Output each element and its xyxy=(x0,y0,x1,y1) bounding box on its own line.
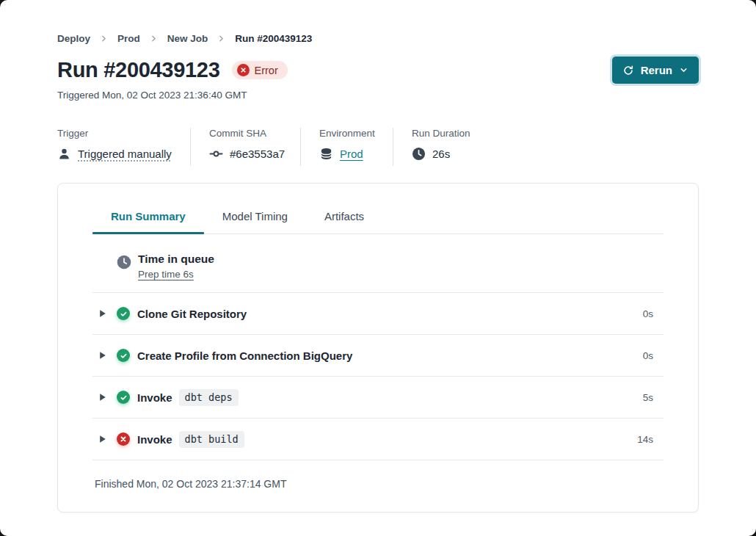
meta-commit: Commit SHA #6e3553a7 xyxy=(191,128,300,166)
queue-title: Time in queue xyxy=(138,253,214,266)
meta-duration-label: Run Duration xyxy=(412,128,470,139)
breadcrumb-deploy[interactable]: Deploy xyxy=(57,33,90,44)
commit-icon xyxy=(209,147,223,161)
refresh-icon xyxy=(622,65,634,76)
commit-sha-value: #6e3553a7 xyxy=(230,148,285,160)
meta-trigger: Trigger Triggered manually xyxy=(57,128,190,166)
step-name: Clone Git Repository xyxy=(137,308,247,320)
step-name: Create Profile from Connection BigQuery xyxy=(137,350,352,362)
expand-caret-icon[interactable] xyxy=(92,393,109,402)
error-icon xyxy=(237,64,250,76)
step-row-dbt-deps[interactable]: Invoke dbt deps 5s xyxy=(92,377,664,419)
chevron-right-icon xyxy=(217,35,225,43)
chevron-down-icon xyxy=(679,65,688,75)
meta-environment-label: Environment xyxy=(319,128,393,139)
triggered-timestamp: Triggered Mon, 02 Oct 2023 21:36:40 GMT xyxy=(57,90,699,101)
step-duration: 14s xyxy=(637,434,653,445)
page-title: Run #200439123 xyxy=(57,58,220,82)
meta-environment: Environment Prod xyxy=(301,128,393,166)
run-summary-card: Run Summary Model Timing Artifacts Time … xyxy=(57,183,699,513)
chevron-right-icon xyxy=(100,35,108,43)
expand-caret-icon[interactable] xyxy=(92,351,109,360)
clock-icon xyxy=(412,147,426,161)
rerun-button-label: Rerun xyxy=(641,64,672,76)
status-badge: Error xyxy=(232,61,288,79)
prep-time-link[interactable]: Prep time 6s xyxy=(138,269,214,280)
step-command-chip: dbt build xyxy=(179,431,244,448)
expand-caret-icon[interactable] xyxy=(92,435,109,443)
time-in-queue-row: Time in queue Prep time 6s xyxy=(92,234,664,293)
breadcrumb-current-run: Run #200439123 xyxy=(235,33,312,44)
step-row-clone-git[interactable]: Clone Git Repository 0s xyxy=(92,293,664,335)
tab-artifacts[interactable]: Artifacts xyxy=(306,210,382,233)
run-detail-page: Deploy Prod New Job Run #200439123 Run #… xyxy=(0,0,756,536)
step-row-dbt-build[interactable]: Invoke dbt build 14s xyxy=(92,419,664,460)
step-name: Invoke xyxy=(137,391,172,404)
status-badge-label: Error xyxy=(255,65,278,76)
trigger-value[interactable]: Triggered manually xyxy=(78,148,172,160)
error-icon xyxy=(117,432,130,446)
step-duration: 0s xyxy=(643,308,653,319)
success-check-icon xyxy=(117,307,130,320)
rerun-button[interactable]: Rerun xyxy=(612,57,699,84)
breadcrumb: Deploy Prod New Job Run #200439123 xyxy=(57,33,699,44)
tab-run-summary[interactable]: Run Summary xyxy=(92,210,204,233)
run-duration-value: 26s xyxy=(432,148,450,160)
chevron-right-icon xyxy=(150,35,158,43)
finished-timestamp: Finished Mon, 02 Oct 2023 21:37:14 GMT xyxy=(92,460,664,512)
breadcrumb-new-job[interactable]: New Job xyxy=(167,33,208,44)
tab-model-timing[interactable]: Model Timing xyxy=(204,210,306,233)
breadcrumb-prod[interactable]: Prod xyxy=(117,33,140,44)
step-duration: 0s xyxy=(643,350,653,361)
success-check-icon xyxy=(117,349,130,362)
expand-caret-icon[interactable] xyxy=(92,309,109,318)
step-row-create-profile[interactable]: Create Profile from Connection BigQuery … xyxy=(92,335,664,377)
database-icon xyxy=(319,147,333,161)
meta-commit-label: Commit SHA xyxy=(209,128,300,139)
tab-bar: Run Summary Model Timing Artifacts xyxy=(92,210,664,234)
step-command-chip: dbt deps xyxy=(179,389,239,406)
clock-icon xyxy=(117,255,131,269)
meta-trigger-label: Trigger xyxy=(57,128,190,139)
run-meta: Trigger Triggered manually Commit SHA #6… xyxy=(57,128,699,166)
step-name: Invoke xyxy=(137,433,172,446)
step-duration: 5s xyxy=(643,392,653,403)
person-icon xyxy=(57,147,71,161)
success-check-icon xyxy=(117,391,130,404)
meta-duration: Run Duration 26s xyxy=(393,128,470,166)
environment-link[interactable]: Prod xyxy=(340,148,363,160)
